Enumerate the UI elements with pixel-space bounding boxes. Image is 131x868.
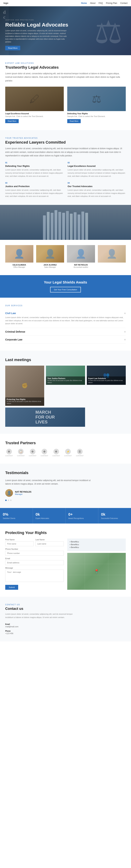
hero-section: ⚖ d c JUSTICE AND PROTECTION Reliable Le… xyxy=(0,6,131,55)
team-name-1: CELIA ALMEIDA xyxy=(5,264,33,266)
building-image xyxy=(0,205,131,240)
testimonial-dots xyxy=(5,500,126,501)
cta-button[interactable]: Get Your Free Consultation xyxy=(50,287,81,292)
service-header-3[interactable]: Corporate Law ∨ xyxy=(5,338,126,341)
hero-text: Lorem ipsum dolor sit amet, consectetur … xyxy=(5,29,68,43)
stat-label-2: Expert Advocates xyxy=(36,518,63,519)
team-avatar-2: 👤 xyxy=(36,245,64,262)
trustworthy-card-1: 🖊 Legal Excellence Assured Sample link. … xyxy=(5,87,64,123)
service-text-1: Lorem ipsum dolor sit amet, consectetur … xyxy=(5,316,126,325)
team-name-2: JACK ALVAREZ xyxy=(36,264,64,266)
message-input[interactable] xyxy=(5,570,64,582)
adv-item-3: 03 Justice and Protection Lorem ipsum do… xyxy=(5,182,63,198)
adv-text-4: Lorem ipsum dolor sit amet, consectetur … xyxy=(68,189,126,198)
adv-num-2: 02 xyxy=(68,162,126,164)
last-name-label: Last Name xyxy=(35,538,64,540)
nav-links: Home About FAQ Pricing Plan Contact xyxy=(81,2,128,4)
trustworthy-card-2-btn[interactable]: Read More xyxy=(67,119,81,123)
dot-2[interactable] xyxy=(8,500,9,501)
partner-icon-1: ⚙ xyxy=(6,449,12,454)
svg-text:⚖: ⚖ xyxy=(94,15,121,50)
form-phone-field: Phone Number xyxy=(5,548,64,556)
partners-section: Trusted Partners ⚙ CONTENT 📋 CONTENT ⚙ C… xyxy=(0,434,131,464)
contact-phone-label: Phone xyxy=(5,630,126,632)
meeting-img-2: 👥 Expert Law Solutions At vero eos et ac… xyxy=(87,366,126,385)
team-avatar-1: 👤 xyxy=(5,245,33,262)
experienced-items: 01 Defending Your Rights Lorem ipsum dol… xyxy=(5,162,126,198)
meeting-title-3: Protecting Your Rights xyxy=(7,399,43,400)
testimonials-section: Testimonials Lorem ipsum dolor sit amet,… xyxy=(0,464,131,508)
meetings-section: Last meetings Your Justice Partners At v… xyxy=(0,350,131,434)
hero-read-more-button[interactable]: Read More xyxy=(5,46,20,50)
adv-item-1: 01 Defending Your Rights Lorem ipsum dol… xyxy=(5,162,63,178)
adv-text-1: Lorem ipsum dolor sit amet, consectetur … xyxy=(5,168,63,178)
stat-num-2: 0k xyxy=(36,512,63,517)
nav-about[interactable]: About xyxy=(90,2,95,4)
partner-icon-4: ⚙ xyxy=(41,449,47,454)
adv-text-2: Lorem ipsum dolor sit amet, consectetur … xyxy=(68,168,126,178)
chevron-up-icon: ∧ xyxy=(124,312,126,314)
email-input[interactable] xyxy=(5,560,64,565)
trustworthy-section: EXPERT LAW SOLUTIONS Trustworthy Legal A… xyxy=(0,55,131,130)
trustworthy-card-2-text: Sample link. Click to select the Text El… xyxy=(67,115,126,117)
nav-home[interactable]: Home xyxy=(81,2,87,4)
testimonials-title: Testimonials xyxy=(5,471,126,475)
benefit-3: • Benefitcu xyxy=(70,546,123,548)
nav-pricing[interactable]: Pricing Plan xyxy=(106,2,117,4)
contact-section: CONTACT US Contact us Lorem ipsum dolor … xyxy=(0,597,131,641)
nav-contact[interactable]: Contact xyxy=(120,2,128,4)
adv-title-2: Legal Excellence Assured xyxy=(68,165,126,167)
form-fields: First Name Last Name Phone Number Email … xyxy=(5,538,64,590)
adv-title-1: Defending Your Rights xyxy=(5,165,63,167)
contact-tag: CONTACT US xyxy=(5,604,126,606)
trustworthy-card-1-btn[interactable]: Read More xyxy=(5,119,19,123)
phone-input[interactable] xyxy=(5,551,64,556)
adv-item-2: 02 Legal Excellence Assured Lorem ipsum … xyxy=(68,162,126,178)
benefit-2: • Benefitcu xyxy=(70,544,123,546)
last-name-input[interactable] xyxy=(35,541,64,546)
partner-7: ☰ CONTENT xyxy=(76,449,84,457)
stat-item-2: 0k Expert Advocates xyxy=(33,508,66,524)
stat-num-3: 0+ xyxy=(68,512,95,517)
form-email-field: Email xyxy=(5,557,64,565)
partner-3: ⚙ CONTENT xyxy=(29,449,36,457)
dot-1[interactable] xyxy=(5,500,7,501)
meeting-text-3: At vero eos et accusam in justo duo dolo… xyxy=(7,400,43,405)
submit-button[interactable]: Submit xyxy=(5,585,18,590)
contact-email-label: Email xyxy=(5,623,126,625)
stat-label-3: Award Recognitions xyxy=(68,518,95,519)
team-name-3: NAT REYNOLDS xyxy=(67,264,95,266)
partner-icon-3: ⚙ xyxy=(30,449,35,454)
phone-label: Phone Number xyxy=(5,548,64,550)
contact-email-value: mail@mail.com xyxy=(5,625,126,628)
partner-label-3: CONTENT xyxy=(29,455,36,457)
team-avatar-4: 👤 xyxy=(98,245,126,262)
meeting-card-4: MARCHFOR OURLIVES xyxy=(5,407,85,427)
service-header-2[interactable]: Criminal Defense ∨ xyxy=(5,330,126,333)
nav-faq[interactable]: FAQ xyxy=(99,2,103,4)
first-name-input[interactable] xyxy=(5,541,34,546)
contact-phone: Phone +123 456 xyxy=(5,630,126,634)
form-name-row: First Name Last Name xyxy=(5,538,64,546)
nav-logo[interactable]: logo xyxy=(3,2,8,4)
partner-label-4: CONTENT xyxy=(41,455,48,457)
meeting-text-1: At vero eos et accusam et justo duo dolo… xyxy=(47,379,84,384)
contact-title: Contact us xyxy=(5,607,126,611)
contact-email: Email mail@mail.com xyxy=(5,623,126,628)
adv-title-4: Our Trusted Advocates xyxy=(68,185,126,188)
hero-tag: JUSTICE AND PROTECTION xyxy=(5,19,68,21)
service-item-1: Civil Law ∧ Lorem ipsum dolor sit amet, … xyxy=(5,309,126,328)
team-member-4: 👤 xyxy=(98,245,126,268)
stat-item-3: 0+ Award Recognitions xyxy=(66,508,98,524)
partner-icon-2: 📋 xyxy=(18,449,24,454)
partners-grid: ⚙ CONTENT 📋 CONTENT ⚙ CONTENT ⚙ CONTENT … xyxy=(5,449,126,457)
meetings-grid: Your Justice Partners At vero eos et acc… xyxy=(5,366,126,427)
team-grid: 👤 CELIA ALMEIDA Office Manager 👤 JACK AL… xyxy=(5,245,126,268)
experienced-title: Experienced Lawyers Committed xyxy=(5,140,126,145)
benefits-box: • Benefitcu • Benefitcu • Benefitcu xyxy=(67,538,126,551)
dot-3[interactable] xyxy=(10,500,11,501)
stat-num-1: 0% xyxy=(3,512,30,517)
service-name-2: Criminal Defense xyxy=(5,330,25,333)
service-header-1[interactable]: Civil Law ∧ xyxy=(5,312,126,315)
contact-desc: Lorem ipsum dolor sit amet, consectetur … xyxy=(5,613,75,619)
